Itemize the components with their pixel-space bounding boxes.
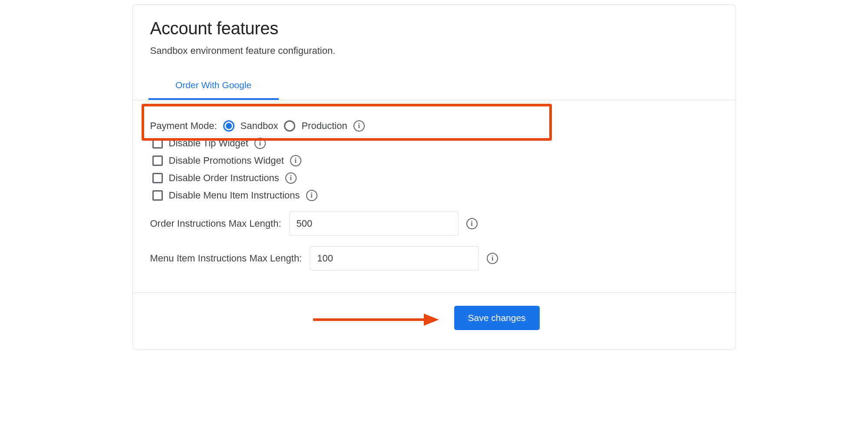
payment-mode-label: Payment Mode: bbox=[150, 120, 217, 132]
order-max-length-label: Order Instructions Max Length: bbox=[150, 218, 281, 229]
page-title: Account features bbox=[150, 19, 718, 38]
info-icon[interactable] bbox=[306, 190, 317, 201]
account-features-panel: Account features Sandbox environment fea… bbox=[132, 4, 736, 350]
info-icon[interactable] bbox=[254, 138, 266, 149]
radio-sandbox[interactable] bbox=[223, 120, 234, 132]
radio-production[interactable] bbox=[284, 120, 295, 132]
order-max-length-input[interactable] bbox=[289, 212, 459, 236]
checkbox-label: Disable Order Instructions bbox=[169, 172, 279, 184]
info-icon[interactable] bbox=[290, 155, 301, 166]
disable-tip-widget-row: Disable Tip Widget bbox=[150, 138, 718, 149]
arrow-annotation-icon bbox=[311, 311, 439, 328]
info-icon[interactable] bbox=[353, 120, 365, 132]
checkbox-disable-menu-item-instructions[interactable] bbox=[152, 190, 163, 201]
svg-marker-1 bbox=[424, 314, 439, 326]
menu-max-length-label: Menu Item Instructions Max Length: bbox=[150, 253, 302, 264]
tabs-bar: Order With Google bbox=[133, 74, 736, 100]
disable-promotions-widget-row: Disable Promotions Widget bbox=[150, 155, 718, 166]
disable-order-instructions-row: Disable Order Instructions bbox=[150, 172, 718, 184]
checkbox-label: Disable Promotions Widget bbox=[169, 155, 284, 166]
payment-mode-row: Payment Mode: Sandbox Production bbox=[150, 120, 718, 132]
info-icon[interactable] bbox=[285, 172, 297, 184]
menu-max-length-row: Menu Item Instructions Max Length: bbox=[150, 246, 718, 271]
info-icon[interactable] bbox=[487, 253, 498, 264]
checkbox-disable-promotions-widget[interactable] bbox=[152, 155, 163, 166]
radio-sandbox-label: Sandbox bbox=[241, 120, 278, 132]
disable-menu-item-instructions-row: Disable Menu Item Instructions bbox=[150, 190, 718, 201]
order-max-length-row: Order Instructions Max Length: bbox=[150, 212, 718, 236]
panel-header: Account features Sandbox environment fea… bbox=[133, 5, 736, 56]
panel-footer: Save changes bbox=[133, 292, 736, 350]
radio-production-label: Production bbox=[301, 120, 347, 132]
checkbox-label: Disable Tip Widget bbox=[169, 138, 248, 149]
save-changes-button[interactable]: Save changes bbox=[454, 306, 540, 330]
page-subtitle: Sandbox environment feature configuratio… bbox=[150, 45, 718, 56]
tab-order-with-google[interactable]: Order With Google bbox=[149, 74, 279, 100]
menu-max-length-input[interactable] bbox=[310, 246, 479, 271]
tab-content: Payment Mode: Sandbox Production Disable… bbox=[133, 100, 736, 292]
checkbox-disable-tip-widget[interactable] bbox=[152, 138, 163, 149]
checkbox-disable-order-instructions[interactable] bbox=[152, 173, 163, 183]
checkbox-label: Disable Menu Item Instructions bbox=[169, 190, 300, 201]
info-icon[interactable] bbox=[466, 218, 478, 229]
